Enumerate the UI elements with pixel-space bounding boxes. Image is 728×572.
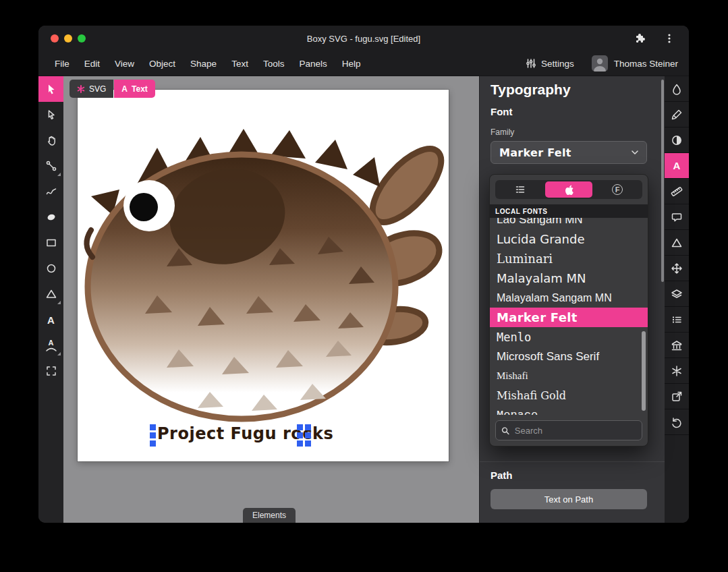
typography-panel-button[interactable]: A: [665, 153, 689, 179]
panel-scrollbar[interactable]: [661, 80, 664, 282]
apple-fonts-icon: [563, 184, 574, 196]
font-list-scrollbar[interactable]: [642, 331, 646, 411]
library-panel-button[interactable]: [665, 333, 689, 358]
menubar: File Edit View Object Shape Text Tools P…: [38, 51, 689, 76]
path-panel-button[interactable]: [665, 230, 689, 256]
font-search-input[interactable]: [513, 425, 636, 436]
menu-edit[interactable]: Edit: [77, 59, 107, 69]
fugu-illustration[interactable]: [78, 90, 449, 461]
compositing-panel-button[interactable]: [665, 127, 689, 153]
selection-handle[interactable]: [305, 432, 311, 438]
selection-handle[interactable]: [150, 424, 156, 430]
library-bank-icon: [671, 339, 683, 351]
settings-button[interactable]: Settings: [526, 58, 574, 69]
polygon-tool[interactable]: [38, 281, 63, 307]
close-window-button[interactable]: [51, 34, 59, 42]
select-tool[interactable]: [38, 76, 63, 102]
nodes-tool[interactable]: [38, 153, 63, 179]
history-panel-button[interactable]: [665, 409, 689, 435]
speech-bubble-icon: [671, 211, 683, 223]
ellipse-tool[interactable]: [38, 256, 63, 281]
artboard[interactable]: Project Fugu rocks: [78, 90, 449, 461]
triangle-icon: [45, 288, 57, 300]
stroke-panel-button[interactable]: [665, 102, 689, 127]
selection-handle[interactable]: [297, 432, 303, 438]
breadcrumb-svg[interactable]: SVG: [69, 80, 113, 98]
list-view-icon: [515, 184, 526, 195]
breadcrumb-text[interactable]: A Text: [114, 80, 155, 98]
edit-points-tool[interactable]: [38, 102, 63, 127]
font-option[interactable]: Luminari: [490, 249, 648, 268]
text-tool[interactable]: A: [38, 307, 63, 333]
font-option[interactable]: Mishafi Gold: [490, 386, 648, 405]
text-a-icon: A: [47, 315, 55, 325]
transform-panel-button[interactable]: [665, 256, 689, 281]
geometry-panel-button[interactable]: [665, 179, 689, 204]
contrast-icon: [671, 134, 683, 146]
selection-handle[interactable]: [150, 440, 156, 447]
font-family-select[interactable]: Marker Felt: [491, 141, 647, 164]
menu-file[interactable]: File: [49, 59, 77, 69]
overflow-menu-icon[interactable]: [663, 32, 675, 45]
menu-text[interactable]: Text: [224, 59, 256, 69]
fit-view-tool[interactable]: [38, 358, 63, 384]
menu-tools[interactable]: Tools: [256, 59, 292, 69]
tab-font-list[interactable]: [497, 181, 544, 198]
font-option[interactable]: Menlo: [490, 327, 648, 347]
extensions-icon[interactable]: [634, 32, 646, 45]
canvas[interactable]: SVG A Text: [63, 76, 479, 523]
selection-handle[interactable]: [150, 432, 156, 438]
window-title: Boxy SVG - fugu.svg [Edited]: [38, 34, 689, 44]
text-path-tool[interactable]: A: [38, 333, 63, 358]
font-option-selected[interactable]: Marker Felt: [490, 308, 648, 327]
tab-apple-fonts[interactable]: [545, 181, 592, 198]
objects-panel-button[interactable]: [665, 307, 689, 333]
fill-panel-button[interactable]: [665, 76, 689, 102]
blob-tool[interactable]: [38, 204, 63, 230]
ruler-icon: [671, 185, 683, 198]
font-option[interactable]: Malayalam MN: [490, 268, 648, 288]
layers-panel-button[interactable]: [665, 281, 689, 307]
tab-fontshare[interactable]: F: [594, 181, 641, 198]
selection-handle[interactable]: [305, 440, 311, 447]
nodes-icon: [45, 160, 57, 172]
search-icon: [501, 426, 509, 435]
menu-object[interactable]: Object: [142, 59, 183, 69]
pencil-tool[interactable]: [38, 179, 63, 204]
text-path-curve-icon: [46, 347, 57, 351]
undo-icon: [671, 416, 683, 428]
menu-shape[interactable]: Shape: [183, 59, 224, 69]
zoom-window-button[interactable]: [78, 34, 86, 42]
rectangle-icon: [45, 237, 57, 249]
menu-help[interactable]: Help: [335, 59, 368, 69]
font-option[interactable]: Mishafi: [490, 366, 648, 386]
blob-icon: [45, 211, 57, 223]
selection-handle[interactable]: [297, 440, 303, 447]
export-icon: [671, 391, 683, 403]
minimize-window-button[interactable]: [64, 34, 72, 42]
user-name[interactable]: Thomas Steiner: [614, 59, 678, 69]
hand-icon: [45, 134, 57, 146]
menu-panels[interactable]: Panels: [291, 59, 334, 69]
menu-view[interactable]: View: [107, 59, 142, 69]
font-option[interactable]: Lucida Grande: [490, 229, 648, 249]
text-a-icon: A: [121, 84, 128, 94]
local-fonts-header: LOCAL FONTS: [490, 204, 648, 218]
font-option[interactable]: Microsoft Sans Serif: [490, 347, 648, 366]
typography-icon: A: [673, 161, 681, 171]
font-option[interactable]: Lao Sangam MN: [490, 218, 648, 229]
move-arrows-icon: [671, 262, 683, 275]
selection-handle[interactable]: [297, 424, 303, 430]
selection-handle[interactable]: [305, 424, 311, 430]
pan-tool[interactable]: [38, 127, 63, 153]
font-option[interactable]: Malayalam Sangam MN: [490, 288, 648, 308]
rectangle-tool[interactable]: [38, 230, 63, 256]
text-on-path-button[interactable]: Text on Path: [491, 489, 647, 509]
generators-panel-button[interactable]: [665, 358, 689, 384]
font-option[interactable]: Monaco: [490, 405, 648, 415]
export-panel-button[interactable]: [665, 384, 689, 409]
elements-tab[interactable]: Elements: [243, 508, 296, 523]
user-avatar[interactable]: [592, 55, 608, 72]
font-section-heading: Font: [491, 106, 512, 117]
comments-panel-button[interactable]: [665, 204, 689, 230]
